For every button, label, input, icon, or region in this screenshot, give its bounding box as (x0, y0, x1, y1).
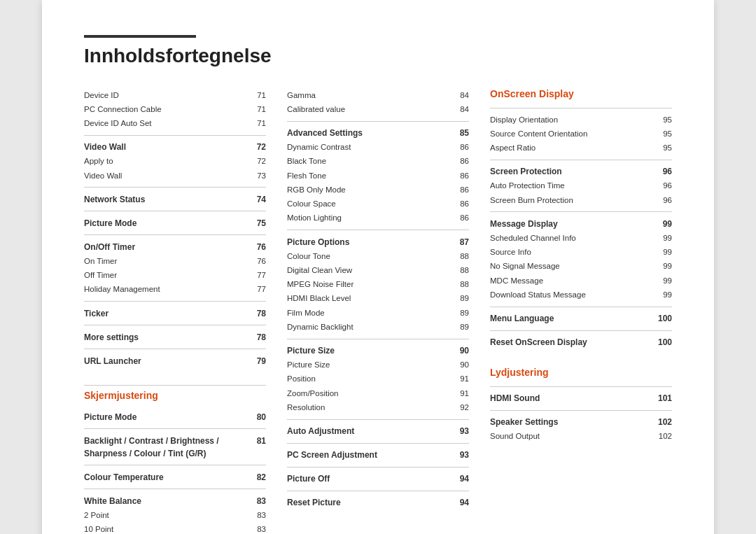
toc-label: Video Wall (84, 170, 251, 182)
toc-divider (84, 301, 266, 302)
toc-label: Colour Space (287, 198, 454, 210)
toc-row: On/Off Timer76 (84, 239, 266, 254)
toc-row: PC Screen Adjustment93 (287, 448, 469, 463)
toc-row: Menu Language100 (490, 311, 672, 326)
toc-row: Dynamic Backlight89 (287, 320, 469, 334)
toc-group: Display Orientation95Source Content Orie… (490, 113, 672, 155)
toc-divider (287, 121, 469, 122)
toc-label: On/Off Timer (84, 241, 251, 253)
toc-label: Scheduled Channel Info (490, 232, 657, 244)
toc-row: Colour Temperature82 (84, 470, 266, 484)
toc-row: 10 Point83 (84, 522, 266, 534)
toc-divider (84, 135, 266, 136)
toc-label: Menu Language (490, 312, 652, 325)
toc-page-number: 88 (460, 279, 469, 290)
toc-label: RGB Only Mode (287, 184, 454, 196)
toc-page-number: 93 (460, 425, 469, 437)
toc-page-number: 86 (460, 155, 469, 167)
toc-group: More settings78 (84, 330, 266, 344)
toc-label: Black Tone (287, 155, 454, 167)
toc-row: White Balance83 (84, 493, 266, 508)
section-heading: Skjermjustering (84, 390, 266, 404)
toc-label: Motion Lighting (287, 212, 454, 224)
toc-group: Picture Options87Colour Tone88Digital Cl… (287, 234, 469, 335)
toc-columns: Device ID71PC Connection Cable71Device I… (84, 88, 672, 534)
toc-label: White Balance (84, 495, 251, 507)
toc-page-number: 96 (663, 180, 672, 192)
toc-label: Speaker Settings (490, 416, 652, 428)
toc-page-number: 91 (460, 388, 469, 400)
toc-page-number: 78 (257, 307, 266, 320)
toc-row: Picture Size90 (287, 358, 469, 372)
toc-page-number: 77 (257, 283, 266, 295)
toc-divider (84, 187, 266, 188)
toc-divider (287, 339, 469, 339)
toc-label: Position (287, 373, 454, 385)
toc-label: Reset OnScreen Display (490, 336, 652, 349)
toc-row: Motion Lighting86 (287, 211, 469, 225)
toc-row: Resolution92 (287, 400, 469, 414)
section-heading: OnScreen Display (490, 88, 672, 102)
toc-row: Flesh Tone86 (287, 169, 469, 183)
toc-row: Source Info99 (490, 246, 672, 260)
toc-label: Sound Output (490, 430, 653, 442)
toc-label: Off Timer (84, 269, 251, 281)
toc-group: Reset Picture94 (287, 496, 469, 510)
toc-label: Backlight / Contrast / Brightness / Shar… (84, 435, 251, 460)
toc-label: Reset Picture (287, 496, 454, 509)
toc-label: Ticker (84, 307, 251, 320)
toc-group: Ticker78 (84, 306, 266, 321)
toc-label: MPEG Noise Filter (287, 279, 454, 290)
toc-row: Black Tone86 (287, 155, 469, 169)
toc-group: Message Display99Scheduled Channel Info9… (490, 216, 672, 302)
toc-page-number: 88 (460, 265, 469, 276)
toc-page-number: 102 (658, 416, 672, 428)
toc-group: Picture Size90Picture Size90Position91Zo… (287, 344, 469, 415)
toc-row: Auto Protection Time96 (490, 179, 672, 193)
toc-divider (84, 489, 266, 489)
toc-page-number: 95 (663, 128, 672, 140)
toc-page-number: 79 (257, 355, 266, 367)
toc-row: Video Wall72 (84, 140, 266, 155)
toc-row: Apply to72 (84, 155, 266, 169)
toc-label: Dynamic Contrast (287, 141, 454, 153)
toc-group: HDMI Sound101 (490, 391, 672, 406)
toc-label: Flesh Tone (287, 170, 454, 182)
toc-group: White Balance832 Point8310 Point83 (84, 493, 266, 534)
toc-label: Holiday Management (84, 283, 251, 295)
col3: OnScreen DisplayDisplay Orientation95Sou… (490, 88, 672, 534)
toc-group: Menu Language100 (490, 311, 672, 326)
toc-label: Dynamic Backlight (287, 321, 454, 333)
toc-page-number: 76 (257, 241, 266, 253)
toc-page-number: 83 (257, 524, 266, 534)
toc-label: Screen Protection (490, 165, 657, 178)
toc-page-number: 100 (658, 336, 672, 349)
toc-page-number: 99 (663, 218, 672, 230)
toc-group: Backlight / Contrast / Brightness / Shar… (84, 433, 266, 461)
toc-label: Picture Size (287, 344, 454, 357)
toc-label: Picture Options (287, 236, 454, 248)
toc-label: No Signal Message (490, 260, 657, 272)
toc-page-number: 93 (460, 449, 469, 461)
toc-label: Device ID (84, 90, 251, 101)
toc-label: PC Connection Cable (84, 104, 251, 115)
toc-group: Reset OnScreen Display100 (490, 335, 672, 350)
toc-divider (287, 419, 469, 420)
toc-label: Picture Off (287, 472, 454, 485)
toc-page-number: 99 (663, 260, 672, 272)
toc-page-number: 96 (663, 165, 672, 178)
toc-page-number: 90 (460, 359, 469, 371)
toc-row: Screen Burn Protection96 (490, 193, 672, 207)
toc-divider (490, 330, 672, 331)
toc-label: Advanced Settings (287, 127, 454, 139)
toc-divider (287, 467, 469, 468)
toc-row: Picture Off94 (287, 472, 469, 486)
toc-page-number: 83 (257, 495, 266, 507)
toc-row: Aspect Ratio95 (490, 141, 672, 155)
section-divider (490, 108, 672, 108)
toc-group: PC Screen Adjustment93 (287, 448, 469, 463)
section-divider (490, 386, 672, 387)
toc-label: PC Screen Adjustment (287, 449, 454, 461)
toc-label: Picture Mode (84, 411, 251, 423)
toc-row: Colour Space86 (287, 197, 469, 211)
